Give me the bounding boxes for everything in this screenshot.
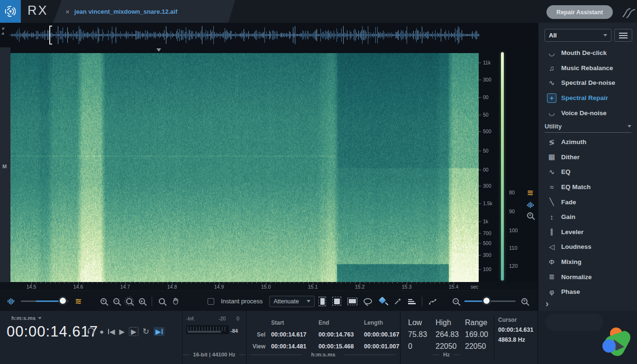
sidebar-item-label: Spectral De-noise: [559, 79, 615, 86]
file-tab[interactable]: × jean vincent_mixdown_snare.12.aif: [53, 0, 235, 23]
zoom-out-vertical-icon[interactable]: −: [453, 298, 459, 304]
sidebar-item-mouth-de-click[interactable]: ◡Mouth De-click: [538, 46, 637, 61]
sidebar-item-dither[interactable]: ▦Dither: [538, 150, 637, 165]
sidebar-item-spectral-de-noise[interactable]: ∿Spectral De-noise: [538, 75, 637, 91]
magnify-tool-icon[interactable]: [159, 298, 165, 304]
utility-section-header[interactable]: Utility: [545, 123, 631, 133]
meter-scale-mid: -20: [218, 316, 226, 321]
layers-icon[interactable]: [408, 298, 416, 304]
eq-match-icon: ≈: [544, 183, 559, 191]
sidebar-item-gain[interactable]: ↕Gain: [538, 209, 637, 225]
sidebar-item-label: Mouth De-click: [559, 49, 607, 56]
balance-slider-knob[interactable]: [60, 298, 66, 304]
zoom-selection-icon[interactable]: [126, 298, 132, 304]
magic-wand-tool-icon[interactable]: [394, 297, 402, 305]
module-filter-value: All: [549, 32, 557, 39]
brush-tool-icon[interactable]: [378, 297, 388, 306]
overview-waveform-canvas[interactable]: [9, 25, 480, 46]
sidebar-item-label: Loudness: [559, 243, 592, 250]
time-tick: [55, 282, 55, 283]
play-button[interactable]: ▶: [119, 328, 125, 335]
sidebar-item-label: Mixing: [559, 258, 582, 265]
lasso-tool-icon[interactable]: [364, 298, 372, 304]
zoom-slider[interactable]: [464, 300, 516, 302]
frequency-ruler: 11k300005050050003001.5k1k700500300100: [479, 47, 502, 282]
time-tick: [153, 282, 154, 283]
time-tick-label: 15.1: [308, 284, 318, 290]
col-header-end: End: [318, 319, 364, 326]
curve-tool-icon[interactable]: [428, 298, 437, 305]
sidebar-item-azimuth[interactable]: ≶Azimuth: [538, 135, 637, 150]
sidebar-item-voice-de-noise[interactable]: ◡Voice De-noise: [538, 105, 637, 120]
sidebar-item-mixing[interactable]: ΦMixing: [538, 255, 637, 270]
time-format-selector[interactable]: h:m:s.ms: [11, 315, 42, 321]
spectral-view: M 11k300005050050003001.5k1k700500300100…: [0, 47, 538, 291]
sidebar-item-label: Azimuth: [559, 138, 586, 146]
output-level-meter: [501, 52, 504, 281]
record-button[interactable]: ●: [100, 328, 104, 335]
signal-chain-icon[interactable]: [621, 4, 637, 22]
frequency-unit-footer: Hz: [400, 352, 492, 357]
time-frequency-selection-tool-icon[interactable]: [332, 297, 341, 306]
repair-assistant-button[interactable]: Repair Assistant: [546, 5, 613, 19]
grab-tool-icon[interactable]: [172, 297, 180, 305]
sidebar-item-eq-match[interactable]: ≈EQ Match: [538, 180, 637, 195]
sidebar-item-phase[interactable]: φPhase: [538, 284, 637, 300]
play-selection-button[interactable]: ▶: [129, 327, 138, 336]
waveform-overview[interactable]: ▾ ▴: [0, 23, 538, 47]
time-tick-label: 14.9: [214, 284, 224, 290]
channel-label: M: [2, 164, 7, 169]
play-to-end-button[interactable]: ▶: [154, 327, 164, 336]
time-tick: [186, 282, 187, 283]
spectrogram-view-icon[interactable]: ≋: [527, 188, 533, 198]
sidebar-item-normalize[interactable]: ≣Normalize: [538, 269, 637, 284]
sidebar-item-fade[interactable]: ╲Fade: [538, 194, 637, 209]
playhead-marker-icon[interactable]: [156, 48, 161, 52]
sidebar-item-loudness[interactable]: ◁Loudness: [538, 239, 637, 255]
collapse-handle-icon[interactable]: ▾ ▴: [1, 27, 4, 35]
sidebar-item-spectral-repair[interactable]: +Spectral Repair: [538, 91, 637, 106]
loop-button[interactable]: ↻: [143, 328, 149, 336]
monitor-icon[interactable]: [87, 327, 95, 336]
time-tick: [73, 282, 74, 283]
waveform-spectrogram-balance-slider[interactable]: [21, 300, 68, 302]
chevron-down-icon: [628, 125, 631, 127]
edit-toolbar: ≋ + − ▸ Instant process Attenuate: [0, 291, 538, 311]
time-tick-label: 14.8: [167, 284, 177, 290]
skip-to-start-button[interactable]: ◀: [108, 328, 115, 335]
sidebar-item-music-rebalance[interactable]: ♫Music Rebalance: [538, 61, 637, 76]
hamburger-menu-button[interactable]: [614, 29, 632, 42]
module-filter-dropdown[interactable]: All: [545, 29, 611, 42]
zoom-out-time-icon[interactable]: −: [113, 298, 119, 304]
waveform-display-icon[interactable]: [8, 298, 14, 305]
zoom-playhead-icon[interactable]: ▸: [139, 298, 145, 304]
tab-close-icon[interactable]: ×: [65, 8, 70, 16]
freq-tick-label: 11k: [483, 60, 491, 65]
sidebar-item-leveler[interactable]: ∥Leveler: [538, 225, 637, 240]
time-tick: [36, 282, 36, 283]
sidebar-expand-chevron[interactable]: ›: [546, 298, 549, 309]
waveform-view-icon[interactable]: [527, 202, 534, 208]
freq-tick-label: 1k: [483, 218, 488, 224]
zoom-in-vertical-icon[interactable]: +: [521, 298, 528, 304]
spectrogram-canvas[interactable]: [10, 53, 479, 282]
time-tick-label: 14.6: [73, 284, 83, 290]
zoom-in-time-icon[interactable]: +: [100, 298, 107, 304]
time-tick: [214, 282, 215, 283]
freq-range-full-value: 22050: [465, 342, 493, 351]
frequency-selection-tool-icon[interactable]: [347, 298, 357, 305]
time-tick: [59, 282, 60, 283]
col-header-start: Start: [271, 319, 318, 326]
sidebar-item-eq[interactable]: ∿EQ: [538, 164, 637, 180]
process-mode-dropdown[interactable]: Attenuate: [269, 296, 315, 307]
meter-scale-max: 0: [237, 316, 239, 321]
time-selection-tool-icon[interactable]: [318, 297, 326, 306]
vertical-zoom-icon[interactable]: +: [527, 212, 533, 218]
instant-process-checkbox[interactable]: [208, 298, 214, 305]
cursor-frequency-value: 4863.8 Hz: [498, 337, 533, 343]
freq-tick: [479, 63, 481, 63]
spectrogram-display-icon[interactable]: ≋: [75, 296, 82, 306]
time-tick: [439, 282, 440, 283]
mixing-icon: Φ: [544, 258, 559, 266]
zoom-slider-knob[interactable]: [483, 298, 490, 304]
